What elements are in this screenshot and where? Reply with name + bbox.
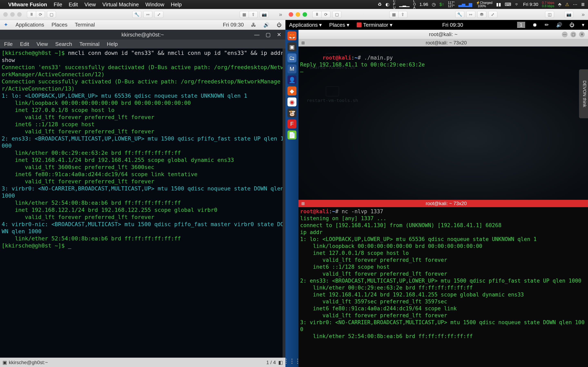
dock-burp-icon[interactable]: ◆ xyxy=(287,86,296,95)
restart-button[interactable]: ⟳ xyxy=(36,11,45,18)
dock-beef-icon[interactable]: 🐮 xyxy=(287,108,296,117)
snapshot-button[interactable]: ▢ xyxy=(332,11,341,18)
vm-toolbar-left[interactable]: ⏸⟳ ▢ 🔧 ⇿ ⤢ ▦⇪ 📷 » xyxy=(0,9,285,20)
terminal-menubar[interactable]: File Edit View Search Terminal Help xyxy=(0,40,285,49)
maximize-button[interactable]: ▢ xyxy=(571,32,576,37)
maximize-button[interactable]: ▢ xyxy=(266,32,271,38)
keyboard-icon[interactable]: ⌨ xyxy=(505,2,511,7)
mac-menu-help[interactable]: Help xyxy=(171,1,182,8)
power-icon[interactable]: ⏻ xyxy=(277,22,282,28)
vm-toolbar-right[interactable]: ⏸⟳ ▢ ▦⇪ 🔧 ⇿ ⛃ ⤢ ◫ 📷 » xyxy=(285,9,588,20)
menu-icon[interactable]: ≣ xyxy=(581,2,585,7)
window-traffic-lights[interactable] xyxy=(289,12,307,17)
camera-button[interactable]: 📷 xyxy=(564,11,573,18)
dock-metasploit-icon[interactable]: M xyxy=(287,64,296,73)
devonthink-tab[interactable]: DEVON think xyxy=(579,69,588,118)
restart-button[interactable]: ⟳ xyxy=(321,11,330,18)
battery-icon[interactable]: ▮▮ xyxy=(496,2,501,7)
close-button[interactable]: ✕ xyxy=(579,32,585,37)
settings-button[interactable]: 🔧 xyxy=(132,11,141,18)
gnome-terminator[interactable]: Terminator ▾ xyxy=(357,22,392,28)
term-menu-view[interactable]: View xyxy=(36,41,48,47)
show-desktop-icon[interactable]: ◧ xyxy=(278,360,283,365)
term-menu-help[interactable]: Help xyxy=(107,41,118,47)
mac-menu-file[interactable]: File xyxy=(54,1,62,8)
settings-button[interactable]: 🔧 xyxy=(455,11,464,18)
terminal-titlebar[interactable]: kkirsche@gh0st:~ — ▢ ✕ xyxy=(0,30,285,40)
term-menu-file[interactable]: File xyxy=(4,41,13,47)
mac-menu-edit[interactable]: Edit xyxy=(69,1,78,8)
close-button[interactable]: ✕ xyxy=(277,32,281,38)
taskbar[interactable]: ▣kkirsche@gh0st:~ 1 / 4 ◧ xyxy=(0,358,285,367)
dock-maltego-icon[interactable]: ◉ xyxy=(287,98,296,106)
term-menu-terminal[interactable]: Terminal xyxy=(79,41,99,47)
mac-menu-window[interactable]: Window xyxy=(145,1,164,8)
mac-menu-view[interactable]: View xyxy=(84,1,96,8)
dock-files-icon[interactable]: 🗂 xyxy=(287,53,296,62)
taskbar-terminal[interactable]: ▣kkirsche@gh0st:~ xyxy=(2,360,48,365)
dock-armitage-icon[interactable]: 👤 xyxy=(287,75,296,84)
devices-button[interactable]: ▦ xyxy=(240,11,249,18)
gnome-bar-left[interactable]: ✦ Applications Places Terminal Fri 09:30… xyxy=(0,20,285,30)
overflow-icon[interactable]: » xyxy=(279,11,282,18)
gnome-places[interactable]: Places xyxy=(52,22,67,28)
power-icon[interactable]: ⏻ xyxy=(570,22,575,28)
unity-button[interactable]: ◫ xyxy=(545,11,554,18)
gnome-apps[interactable]: Applications ▾ xyxy=(289,22,322,28)
menubar-icon[interactable]: ♻ xyxy=(378,2,382,7)
volume-icon[interactable]: 🔊 xyxy=(556,22,562,28)
mac-clock[interactable]: Fri 9:30 xyxy=(523,2,538,7)
stocks-icon[interactable]: $↑ xyxy=(439,2,444,7)
gnome-bar-right[interactable]: Applications ▾ Places ▾ Terminator ▾ Fri… xyxy=(285,20,588,30)
terminal-pane-bottom[interactable]: root@kali:~# nc -nlvp 1337 listening on … xyxy=(298,207,588,367)
minimize-button[interactable]: — xyxy=(562,32,568,37)
term-menu-search[interactable]: Search xyxy=(55,41,72,47)
pane-tab-bottom[interactable]: ⊞root@kali: ~ 73x20 xyxy=(298,200,588,207)
terminator-titlebar[interactable]: root@kali: ~ — ▢ ✕ xyxy=(298,30,588,39)
resize-button[interactable]: ⇿ xyxy=(143,11,152,18)
menubar-icon[interactable]: ◐ xyxy=(385,2,389,7)
battery-charged[interactable]: ⚡Charged 100% xyxy=(476,1,493,8)
gnome-app[interactable]: Terminal xyxy=(75,22,95,28)
gnome-clock[interactable]: Fri 09:30 xyxy=(442,22,463,28)
gnome-clock[interactable]: Fri 09:30 xyxy=(223,22,244,28)
keyboard-icon[interactable]: ✏ xyxy=(545,22,549,28)
gnome-apps[interactable]: Applications xyxy=(16,22,44,28)
disk-button[interactable]: ⛃ xyxy=(477,11,486,18)
workspace-badge[interactable]: 1 xyxy=(517,22,525,28)
mac-status-tray[interactable]: ♻ ◐ CPU ▁▂▁ LOA 1.96 ◷ $↑ 117°127° ▃▅▂▆ … xyxy=(378,0,585,9)
term-menu-edit[interactable]: Edit xyxy=(20,41,29,47)
camera-button[interactable]: 📷 xyxy=(260,11,269,18)
devices-button[interactable]: ▦ xyxy=(389,11,398,18)
dock-show-apps-icon[interactable]: ⋮⋮⋮ xyxy=(287,356,296,365)
resize-button[interactable]: ⇿ xyxy=(466,11,475,18)
terminal-pane-top[interactable]: shared-folders.sh restart-vm-tools.sh ro… xyxy=(298,47,588,200)
snapshot-button[interactable]: ▢ xyxy=(47,11,56,18)
gnome-places[interactable]: Places ▾ xyxy=(329,22,349,28)
pane-tab-top[interactable]: ⊞root@kali: ~ 73x20 xyxy=(298,39,588,47)
mac-menubar[interactable]: VMware Fusion File Edit View Virtual Mac… xyxy=(0,0,588,9)
activities-icon[interactable]: ✦ xyxy=(4,22,8,28)
workspace-indicator[interactable]: 1 / 4 xyxy=(266,360,276,365)
dock-faraday-icon[interactable]: F xyxy=(287,119,296,128)
overflow-icon[interactable]: » xyxy=(581,11,585,18)
dock-leafpad-icon[interactable]: 📄 xyxy=(287,131,296,140)
chevron-down-icon[interactable]: ▾ xyxy=(582,22,584,28)
network-icon[interactable]: 🖧 xyxy=(251,22,256,28)
recorder-icon[interactable]: ⏺ xyxy=(532,22,537,28)
fullscreen-button[interactable]: ⤢ xyxy=(488,11,497,18)
mac-menu-vm[interactable]: Virtual Machine xyxy=(102,1,139,8)
clock-icon[interactable]: ◷ xyxy=(432,2,436,7)
share-button[interactable]: ⇪ xyxy=(398,11,407,18)
window-traffic-lights[interactable] xyxy=(3,12,22,17)
pause-button[interactable]: ⏸ xyxy=(312,11,321,18)
dock-terminal-icon[interactable]: ▣ xyxy=(287,42,296,51)
pause-button[interactable]: ⏸ xyxy=(27,11,36,18)
more-icon[interactable]: ⋯ xyxy=(573,2,577,7)
kali-dock[interactable]: 🦊 ▣ 🗂 M 👤 ◆ ◉ 🐮 F 📄 ⋮⋮⋮ xyxy=(285,30,298,367)
share-button[interactable]: ⇪ xyxy=(249,11,258,18)
mac-appname[interactable]: VMware Fusion xyxy=(8,1,47,8)
volume-icon[interactable]: 🔊 xyxy=(263,22,269,28)
dock-firefox-icon[interactable]: 🦊 xyxy=(287,31,296,40)
minimize-button[interactable]: — xyxy=(254,32,259,38)
